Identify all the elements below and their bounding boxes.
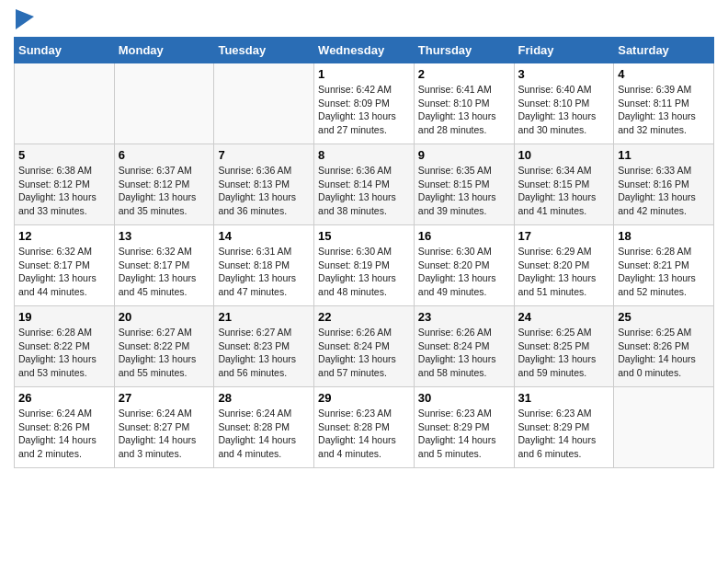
day-number: 6 <box>119 148 210 162</box>
day-number: 10 <box>518 148 610 162</box>
day-info: Sunrise: 6:27 AM Sunset: 8:22 PM Dayligh… <box>119 326 210 380</box>
calendar-cell: 14Sunrise: 6:31 AM Sunset: 8:18 PM Dayli… <box>214 225 314 306</box>
day-number: 7 <box>218 148 310 162</box>
day-number: 19 <box>18 310 110 324</box>
day-info: Sunrise: 6:30 AM Sunset: 8:20 PM Dayligh… <box>418 245 510 299</box>
day-info: Sunrise: 6:28 AM Sunset: 8:22 PM Dayligh… <box>18 326 110 380</box>
day-number: 28 <box>218 391 310 405</box>
day-number: 12 <box>18 229 110 243</box>
day-number: 20 <box>119 310 210 324</box>
day-number: 5 <box>18 148 110 162</box>
day-info: Sunrise: 6:34 AM Sunset: 8:15 PM Dayligh… <box>518 164 610 218</box>
calendar-cell: 11Sunrise: 6:33 AM Sunset: 8:16 PM Dayli… <box>614 144 714 225</box>
header <box>14 9 714 29</box>
logo-icon <box>16 9 34 29</box>
day-info: Sunrise: 6:24 AM Sunset: 8:26 PM Dayligh… <box>18 407 110 461</box>
day-info: Sunrise: 6:23 AM Sunset: 8:29 PM Dayligh… <box>418 407 510 461</box>
day-number: 13 <box>119 229 210 243</box>
day-number: 29 <box>318 391 410 405</box>
calendar-cell: 20Sunrise: 6:27 AM Sunset: 8:22 PM Dayli… <box>114 306 214 387</box>
day-info: Sunrise: 6:26 AM Sunset: 8:24 PM Dayligh… <box>418 326 510 380</box>
day-number: 9 <box>418 148 510 162</box>
day-info: Sunrise: 6:32 AM Sunset: 8:17 PM Dayligh… <box>119 245 210 299</box>
header-day-saturday: Saturday <box>614 38 714 63</box>
day-info: Sunrise: 6:31 AM Sunset: 8:18 PM Dayligh… <box>218 245 310 299</box>
day-info: Sunrise: 6:25 AM Sunset: 8:26 PM Dayligh… <box>618 326 710 380</box>
week-row-5: 26Sunrise: 6:24 AM Sunset: 8:26 PM Dayli… <box>15 387 714 468</box>
day-info: Sunrise: 6:36 AM Sunset: 8:13 PM Dayligh… <box>218 164 310 218</box>
calendar-cell: 3Sunrise: 6:40 AM Sunset: 8:10 PM Daylig… <box>514 63 614 144</box>
logo <box>14 9 34 29</box>
day-number: 25 <box>618 310 710 324</box>
day-info: Sunrise: 6:33 AM Sunset: 8:16 PM Dayligh… <box>618 164 710 218</box>
day-number: 14 <box>218 229 310 243</box>
day-info: Sunrise: 6:41 AM Sunset: 8:10 PM Dayligh… <box>418 83 510 137</box>
calendar-cell <box>15 63 115 144</box>
day-info: Sunrise: 6:27 AM Sunset: 8:23 PM Dayligh… <box>218 326 310 380</box>
day-info: Sunrise: 6:40 AM Sunset: 8:10 PM Dayligh… <box>518 83 610 137</box>
calendar-cell: 4Sunrise: 6:39 AM Sunset: 8:11 PM Daylig… <box>614 63 714 144</box>
day-number: 4 <box>618 67 710 81</box>
day-number: 1 <box>318 67 410 81</box>
day-number: 15 <box>318 229 410 243</box>
header-day-monday: Monday <box>114 38 214 63</box>
calendar-cell: 13Sunrise: 6:32 AM Sunset: 8:17 PM Dayli… <box>114 225 214 306</box>
calendar-table: SundayMondayTuesdayWednesdayThursdayFrid… <box>14 37 714 468</box>
day-number: 24 <box>518 310 610 324</box>
day-info: Sunrise: 6:42 AM Sunset: 8:09 PM Dayligh… <box>318 83 410 137</box>
day-info: Sunrise: 6:35 AM Sunset: 8:15 PM Dayligh… <box>418 164 510 218</box>
calendar-cell: 23Sunrise: 6:26 AM Sunset: 8:24 PM Dayli… <box>414 306 514 387</box>
day-number: 16 <box>418 229 510 243</box>
calendar-cell: 8Sunrise: 6:36 AM Sunset: 8:14 PM Daylig… <box>314 144 415 225</box>
day-info: Sunrise: 6:32 AM Sunset: 8:17 PM Dayligh… <box>18 245 110 299</box>
calendar-cell: 25Sunrise: 6:25 AM Sunset: 8:26 PM Dayli… <box>614 306 714 387</box>
day-number: 3 <box>518 67 610 81</box>
header-day-thursday: Thursday <box>414 38 514 63</box>
day-number: 31 <box>518 391 610 405</box>
day-number: 26 <box>18 391 110 405</box>
calendar-cell: 12Sunrise: 6:32 AM Sunset: 8:17 PM Dayli… <box>15 225 115 306</box>
calendar-cell: 24Sunrise: 6:25 AM Sunset: 8:25 PM Dayli… <box>514 306 614 387</box>
calendar-cell: 21Sunrise: 6:27 AM Sunset: 8:23 PM Dayli… <box>214 306 314 387</box>
day-number: 2 <box>418 67 510 81</box>
calendar-cell: 7Sunrise: 6:36 AM Sunset: 8:13 PM Daylig… <box>214 144 314 225</box>
day-number: 27 <box>119 391 210 405</box>
calendar-cell <box>214 63 314 144</box>
calendar-cell: 31Sunrise: 6:23 AM Sunset: 8:29 PM Dayli… <box>514 387 614 468</box>
header-day-tuesday: Tuesday <box>214 38 314 63</box>
header-row: SundayMondayTuesdayWednesdayThursdayFrid… <box>15 38 714 63</box>
calendar-cell <box>114 63 214 144</box>
calendar-cell: 17Sunrise: 6:29 AM Sunset: 8:20 PM Dayli… <box>514 225 614 306</box>
calendar-cell: 28Sunrise: 6:24 AM Sunset: 8:28 PM Dayli… <box>214 387 314 468</box>
calendar-cell <box>614 387 714 468</box>
week-row-2: 5Sunrise: 6:38 AM Sunset: 8:12 PM Daylig… <box>15 144 714 225</box>
header-day-sunday: Sunday <box>15 38 115 63</box>
day-info: Sunrise: 6:26 AM Sunset: 8:24 PM Dayligh… <box>318 326 410 380</box>
day-info: Sunrise: 6:28 AM Sunset: 8:21 PM Dayligh… <box>618 245 710 299</box>
calendar-cell: 9Sunrise: 6:35 AM Sunset: 8:15 PM Daylig… <box>414 144 514 225</box>
day-info: Sunrise: 6:24 AM Sunset: 8:28 PM Dayligh… <box>218 407 310 461</box>
day-number: 8 <box>318 148 410 162</box>
day-info: Sunrise: 6:37 AM Sunset: 8:12 PM Dayligh… <box>119 164 210 218</box>
calendar-cell: 15Sunrise: 6:30 AM Sunset: 8:19 PM Dayli… <box>314 225 415 306</box>
day-number: 18 <box>618 229 710 243</box>
day-info: Sunrise: 6:24 AM Sunset: 8:27 PM Dayligh… <box>119 407 210 461</box>
svg-marker-0 <box>16 9 34 29</box>
day-number: 23 <box>418 310 510 324</box>
calendar-cell: 22Sunrise: 6:26 AM Sunset: 8:24 PM Dayli… <box>314 306 415 387</box>
calendar-cell: 27Sunrise: 6:24 AM Sunset: 8:27 PM Dayli… <box>114 387 214 468</box>
calendar-cell: 29Sunrise: 6:23 AM Sunset: 8:28 PM Dayli… <box>314 387 415 468</box>
day-number: 11 <box>618 148 710 162</box>
day-info: Sunrise: 6:36 AM Sunset: 8:14 PM Dayligh… <box>318 164 410 218</box>
day-number: 30 <box>418 391 510 405</box>
calendar-cell: 16Sunrise: 6:30 AM Sunset: 8:20 PM Dayli… <box>414 225 514 306</box>
calendar-cell: 1Sunrise: 6:42 AM Sunset: 8:09 PM Daylig… <box>314 63 415 144</box>
day-info: Sunrise: 6:23 AM Sunset: 8:29 PM Dayligh… <box>518 407 610 461</box>
calendar-cell: 5Sunrise: 6:38 AM Sunset: 8:12 PM Daylig… <box>15 144 115 225</box>
day-info: Sunrise: 6:29 AM Sunset: 8:20 PM Dayligh… <box>518 245 610 299</box>
calendar-cell: 30Sunrise: 6:23 AM Sunset: 8:29 PM Dayli… <box>414 387 514 468</box>
day-info: Sunrise: 6:30 AM Sunset: 8:19 PM Dayligh… <box>318 245 410 299</box>
day-info: Sunrise: 6:25 AM Sunset: 8:25 PM Dayligh… <box>518 326 610 380</box>
day-info: Sunrise: 6:23 AM Sunset: 8:28 PM Dayligh… <box>318 407 410 461</box>
calendar-cell: 6Sunrise: 6:37 AM Sunset: 8:12 PM Daylig… <box>114 144 214 225</box>
